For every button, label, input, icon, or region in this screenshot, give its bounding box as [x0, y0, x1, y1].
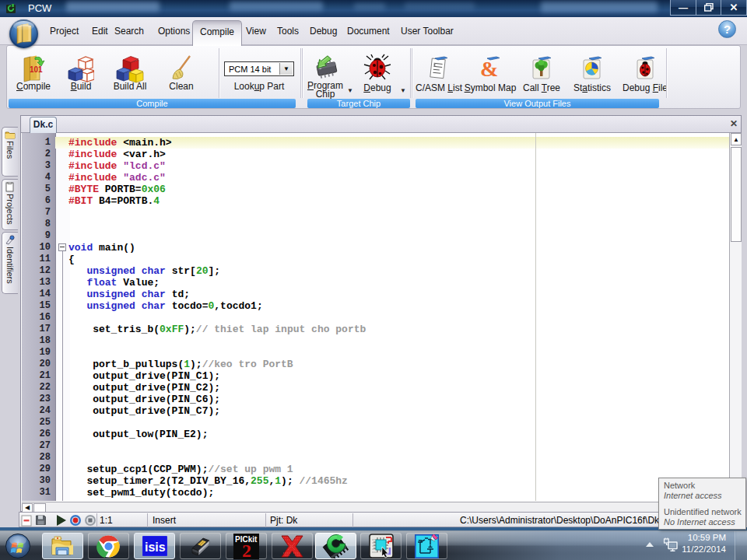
- svg-text:101: 101: [30, 65, 43, 74]
- svg-text:2: 2: [242, 541, 251, 559]
- svg-text:&: &: [480, 57, 498, 81]
- svg-text:isis: isis: [145, 541, 166, 554]
